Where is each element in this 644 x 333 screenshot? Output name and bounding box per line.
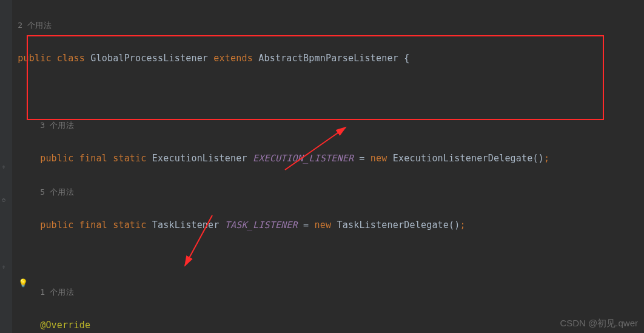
code-line: @Override [12, 317, 644, 334]
override-gutter-icon[interactable]: ⇳ [2, 163, 9, 170]
code-editor[interactable]: 2 个用法 public class GlobalProcessListener… [0, 0, 644, 333]
usage-hint[interactable]: 3 个用法 [12, 117, 644, 134]
code-line: public class GlobalProcessListener exten… [12, 50, 644, 67]
gutter: ⇳ ⊖ ⇳ [0, 0, 12, 333]
usage-hint[interactable]: 5 个用法 [12, 184, 644, 201]
blank-line [12, 251, 644, 267]
watermark: CSDN @初见.qwer [560, 318, 638, 329]
intention-bulb-icon[interactable]: 💡 [18, 278, 25, 286]
blank-line [12, 84, 644, 101]
close-gutter-icon[interactable]: ⊖ [2, 197, 9, 204]
usage-hint[interactable]: 2 个用法 [12, 17, 644, 34]
code-line: public final static ExecutionListener EX… [12, 150, 644, 167]
code-line: public final static TaskListener TASK_LI… [12, 217, 644, 234]
usage-hint[interactable]: 1 个用法 [12, 284, 644, 301]
override-gutter-icon[interactable]: ⇳ [2, 263, 9, 271]
